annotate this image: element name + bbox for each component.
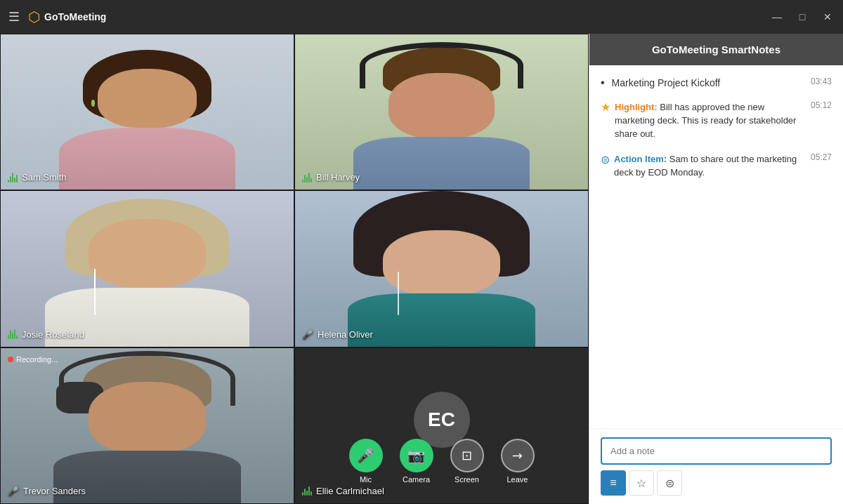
menu-icon[interactable]: ☰: [8, 9, 20, 25]
note-text-1: Marketing Project Kickoff: [612, 77, 721, 88]
logo-icon: ⬡: [28, 8, 40, 25]
participant-name-trevor: 🎤 Trevor Sanders: [8, 486, 86, 496]
participant-name-bill: Bill Harvey: [302, 172, 360, 183]
video-cell-ellie: EC 🎤 Mic 📷 Camera ⊡ Screen ↗ Leave: [294, 347, 589, 504]
audio-indicator-josie: [8, 329, 18, 339]
audio-indicator-sam: [8, 173, 18, 183]
app-name: GoToMeeting: [44, 11, 106, 22]
mic-muted-icon-trevor: 🎤: [8, 486, 19, 496]
video-cell-trevor: Recording... 🎤 Trevor Sanders: [0, 347, 294, 504]
mic-control[interactable]: 🎤 Mic: [349, 439, 383, 484]
helena-name-label: Helena Oliver: [318, 329, 373, 340]
titlebar: ☰ ⬡ GoToMeeting — □ ✕: [0, 0, 843, 34]
audio-indicator-bill: [302, 173, 312, 183]
logo: ⬡ GoToMeeting: [28, 8, 106, 25]
minimize-button[interactable]: —: [770, 10, 784, 24]
camera-label: Camera: [403, 475, 430, 484]
mic-label: Mic: [360, 475, 372, 484]
window-controls: — □ ✕: [770, 10, 835, 24]
video-grid: Sam Smith Bill Harvey: [0, 34, 589, 504]
screen-control[interactable]: ⊡ Screen: [450, 439, 484, 484]
action-label: Action Item:: [614, 154, 667, 164]
note-text-2: Highlight: Bill has approved the new mar…: [615, 102, 796, 139]
note-content-3: Action Item: Sam to share out the market…: [614, 152, 805, 179]
mic-button[interactable]: 🎤: [349, 439, 383, 472]
maximize-button[interactable]: □: [795, 10, 809, 24]
leave-button[interactable]: ↗: [494, 432, 542, 479]
camera-control[interactable]: 📷 Camera: [400, 439, 433, 484]
participant-name-josie: Josie Roseland: [8, 329, 84, 340]
main-content: Sam Smith Bill Harvey: [0, 34, 843, 504]
note-input-field[interactable]: [601, 437, 832, 465]
recording-label: Recording...: [16, 355, 58, 364]
note-text-3: Action Item: Sam to share out the market…: [614, 154, 797, 178]
sam-name-label: Sam Smith: [22, 172, 67, 183]
note-type-bullet-button[interactable]: ≡: [601, 470, 626, 496]
titlebar-left: ☰ ⬡ GoToMeeting: [8, 8, 106, 25]
note-timestamp-2: 05:12: [811, 100, 832, 110]
video-cell-helena: 🎤 Helena Oliver: [294, 190, 589, 347]
recording-badge: Recording...: [8, 355, 58, 364]
action-item-icon: ⊜: [601, 153, 610, 166]
note-type-action-button[interactable]: ⊜: [657, 470, 682, 496]
smartnotes-header: GoToMeeting SmartNotes: [589, 34, 843, 65]
mic-muted-icon-helena: 🎤: [302, 329, 313, 340]
leave-control[interactable]: ↗ Leave: [501, 439, 535, 484]
screen-button[interactable]: ⊡: [450, 439, 484, 472]
trevor-name-label: Trevor Sanders: [23, 486, 86, 496]
smartnotes-body: • Marketing Project Kickoff 03:43 ★ High…: [589, 65, 843, 428]
participant-name-ellie: Ellie Carlmichael: [302, 486, 384, 496]
ellie-initials: EC: [428, 409, 455, 431]
close-button[interactable]: ✕: [821, 10, 835, 24]
bullet-icon: •: [601, 77, 605, 89]
note-item-3: ⊜ Action Item: Sam to share out the mark…: [601, 152, 832, 179]
screen-label: Screen: [455, 475, 479, 484]
video-cell-bill: Bill Harvey: [294, 34, 589, 190]
note-item-1: • Marketing Project Kickoff 03:43: [601, 77, 832, 89]
participant-name-sam: Sam Smith: [8, 172, 67, 183]
highlight-label: Highlight:: [615, 102, 658, 112]
video-cell-sam: Sam Smith: [0, 34, 294, 190]
recording-dot: [8, 357, 13, 362]
note-input-area: ≡ ☆ ⊜: [589, 428, 843, 504]
note-content-2: Highlight: Bill has approved the new mar…: [615, 100, 805, 141]
smartnotes-panel: GoToMeeting SmartNotes • Marketing Proje…: [589, 34, 843, 504]
note-type-highlight-button[interactable]: ☆: [629, 470, 654, 496]
camera-button[interactable]: 📷: [400, 439, 433, 472]
note-content-1: • Marketing Project Kickoff: [601, 77, 805, 89]
ellie-name-label: Ellie Carlmichael: [316, 486, 384, 496]
note-timestamp-3: 05:27: [811, 152, 832, 162]
controls-bar: 🎤 Mic 📷 Camera ⊡ Screen ↗ Leave: [349, 439, 535, 484]
video-cell-josie: Josie Roseland: [0, 190, 294, 347]
josie-name-label: Josie Roseland: [22, 329, 84, 340]
note-title-1: • Marketing Project Kickoff: [601, 77, 805, 89]
note-toolbar: ≡ ☆ ⊜: [601, 470, 832, 496]
leave-label: Leave: [507, 475, 528, 484]
bill-name-label: Bill Harvey: [316, 172, 360, 183]
smartnotes-title: GoToMeeting SmartNotes: [652, 44, 780, 55]
note-item-2: ★ Highlight: Bill has approved the new m…: [601, 100, 832, 141]
highlight-star-icon: ★: [601, 100, 610, 114]
audio-indicator-ellie: [302, 486, 312, 496]
note-timestamp-1: 03:43: [811, 77, 832, 86]
participant-name-helena: 🎤 Helena Oliver: [302, 329, 373, 340]
